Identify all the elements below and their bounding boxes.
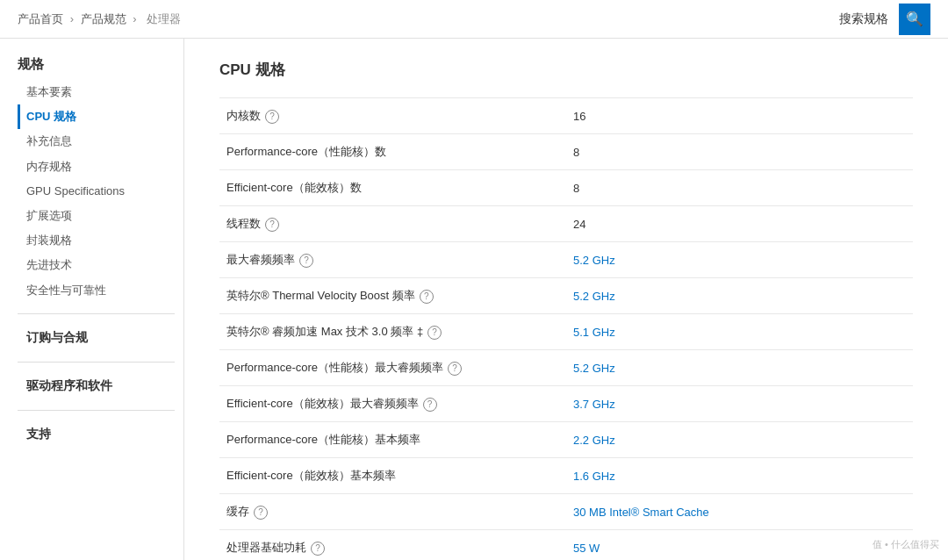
search-icon: 🔍 bbox=[906, 11, 923, 27]
table-row: 缓存?30 MB Intel® Smart Cache bbox=[219, 494, 913, 530]
help-icon[interactable]: ? bbox=[311, 542, 325, 556]
sidebar-item-package[interactable]: 封装规格 bbox=[18, 228, 183, 253]
spec-label: Efficient-core（能效核）数 bbox=[219, 170, 566, 206]
sidebar-item-advanced[interactable]: 先进技术 bbox=[18, 253, 183, 277]
spec-value: 8 bbox=[566, 170, 913, 206]
layout: 规格 基本要素 CPU 规格 补充信息 内存规格 GPU Specificati… bbox=[0, 39, 948, 560]
table-row: 处理器基础功耗?55 W bbox=[219, 530, 913, 561]
spec-value: 55 W bbox=[566, 530, 913, 561]
table-row: 最大睿频频率?5.2 GHz bbox=[219, 242, 913, 278]
spec-value: 8 bbox=[566, 134, 913, 170]
header-right: 搜索规格 🔍 bbox=[839, 4, 930, 35]
spec-label: 处理器基础功耗? bbox=[219, 530, 566, 561]
spec-label: Performance-core（性能核）数 bbox=[219, 134, 566, 170]
sidebar-item-drivers[interactable]: 驱动程序和软件 bbox=[18, 373, 183, 399]
sidebar-item-supplement[interactable]: 补充信息 bbox=[18, 129, 183, 154]
help-icon[interactable]: ? bbox=[420, 290, 434, 304]
table-row: Efficient-core（能效核）数8 bbox=[219, 170, 913, 206]
help-icon[interactable]: ? bbox=[265, 110, 279, 124]
table-row: 线程数?24 bbox=[219, 206, 913, 242]
spec-label: 缓存? bbox=[219, 494, 566, 530]
help-icon[interactable]: ? bbox=[427, 326, 442, 340]
table-row: Performance-core（性能核）数8 bbox=[219, 134, 913, 170]
header: 产品首页 › 产品规范 › 处理器 搜索规格 🔍 bbox=[0, 0, 948, 39]
spec-value: 5.1 GHz bbox=[566, 314, 913, 350]
spec-value: 3.7 GHz bbox=[566, 386, 913, 422]
spec-label: 英特尔® 睿频加速 Max 技术 3.0 频率 ‡? bbox=[219, 314, 566, 350]
sidebar-item-gpu[interactable]: GPU Specifications bbox=[18, 179, 183, 204]
breadcrumb: 产品首页 › 产品规范 › 处理器 bbox=[18, 11, 184, 27]
spec-value: 5.2 GHz bbox=[566, 242, 913, 278]
help-icon[interactable]: ? bbox=[254, 506, 268, 520]
spec-value: 2.2 GHz bbox=[566, 422, 913, 458]
table-row: 英特尔® 睿频加速 Max 技术 3.0 频率 ‡?5.1 GHz bbox=[219, 314, 913, 350]
spec-label: 英特尔® Thermal Velocity Boost 频率? bbox=[219, 278, 566, 314]
search-button[interactable]: 🔍 bbox=[899, 4, 930, 35]
help-icon[interactable]: ? bbox=[448, 362, 462, 376]
table-row: Efficient-core（能效核）最大睿频频率?3.7 GHz bbox=[219, 386, 913, 422]
spec-value: 5.2 GHz bbox=[566, 278, 913, 314]
table-row: Performance-core（性能核）基本频率2.2 GHz bbox=[219, 422, 913, 458]
breadcrumb-specs[interactable]: 产品规范 bbox=[81, 12, 126, 25]
sidebar-item-basic[interactable]: 基本要素 bbox=[18, 80, 183, 104]
search-label: 搜索规格 bbox=[839, 11, 888, 27]
watermark: 值 • 什么值得买 bbox=[873, 538, 939, 551]
spec-label: Performance-core（性能核）最大睿频频率? bbox=[219, 350, 566, 386]
help-icon[interactable]: ? bbox=[423, 398, 437, 412]
sidebar-item-expansion[interactable]: 扩展选项 bbox=[18, 204, 183, 228]
spec-label: Performance-core（性能核）基本频率 bbox=[219, 422, 566, 458]
table-row: 英特尔® Thermal Velocity Boost 频率?5.2 GHz bbox=[219, 278, 913, 314]
spec-label: 内核数? bbox=[219, 98, 566, 134]
spec-value: 16 bbox=[566, 98, 913, 134]
spec-label: 最大睿频频率? bbox=[219, 242, 566, 278]
spec-label: Efficient-core（能效核）最大睿频频率? bbox=[219, 386, 566, 422]
sidebar-item-cpu[interactable]: CPU 规格 bbox=[18, 104, 183, 129]
sidebar-item-memory[interactable]: 内存规格 bbox=[18, 154, 183, 179]
sidebar-divider-1 bbox=[18, 313, 175, 314]
sidebar-item-support[interactable]: 支持 bbox=[18, 421, 183, 448]
table-row: Performance-core（性能核）最大睿频频率?5.2 GHz bbox=[219, 350, 913, 386]
help-icon[interactable]: ? bbox=[299, 254, 313, 268]
sidebar-item-order[interactable]: 订购与合规 bbox=[18, 325, 183, 351]
main-content: CPU 规格 内核数?16Performance-core（性能核）数8Effi… bbox=[184, 39, 948, 560]
sidebar: 规格 基本要素 CPU 规格 补充信息 内存规格 GPU Specificati… bbox=[0, 39, 184, 560]
sidebar-divider-2 bbox=[18, 362, 175, 363]
spec-label: 线程数? bbox=[219, 206, 566, 242]
spec-value: 5.2 GHz bbox=[566, 350, 913, 386]
spec-table: 内核数?16Performance-core（性能核）数8Efficient-c… bbox=[219, 97, 913, 560]
spec-value: 30 MB Intel® Smart Cache bbox=[566, 494, 913, 530]
table-row: 内核数?16 bbox=[219, 98, 913, 134]
section-title: CPU 规格 bbox=[219, 60, 913, 80]
sidebar-divider-3 bbox=[18, 410, 175, 411]
spec-value: 1.6 GHz bbox=[566, 458, 913, 494]
table-row: Efficient-core（能效核）基本频率1.6 GHz bbox=[219, 458, 913, 494]
help-icon[interactable]: ? bbox=[265, 218, 279, 232]
breadcrumb-current: 处理器 bbox=[147, 12, 181, 25]
sidebar-item-security[interactable]: 安全性与可靠性 bbox=[18, 278, 183, 303]
sidebar-group-title-specs: 规格 bbox=[18, 56, 183, 73]
spec-label: Efficient-core（能效核）基本频率 bbox=[219, 458, 566, 494]
spec-value: 24 bbox=[566, 206, 913, 242]
breadcrumb-home[interactable]: 产品首页 bbox=[18, 12, 63, 25]
